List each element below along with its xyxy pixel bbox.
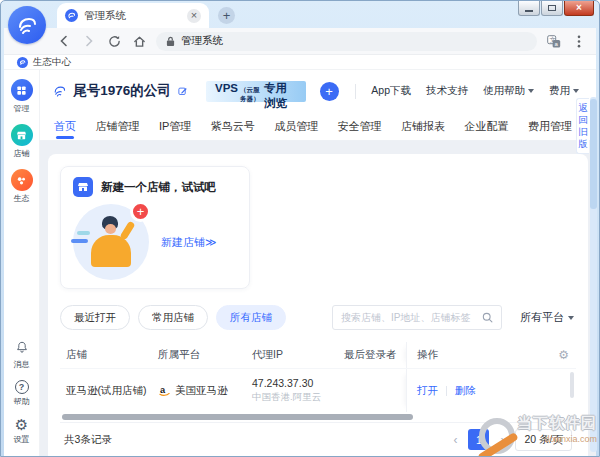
ziniao-logo [8, 6, 46, 44]
table-vertical-scrollbar[interactable] [570, 372, 574, 398]
caret-down-icon [528, 89, 534, 93]
browser-toolbar: 管理系统 文 a [4, 28, 596, 55]
browser-tab[interactable]: 管理系统 × [57, 3, 209, 28]
page-content: 新建一个店铺，试试吧 + [40, 141, 596, 456]
rail-item-shop[interactable]: 店铺 [11, 124, 33, 160]
left-rail: 管理 店铺 生态 [4, 70, 40, 456]
search-input[interactable] [341, 312, 477, 323]
prev-page-icon[interactable]: ‹ [453, 434, 457, 446]
tab-billing-management[interactable]: 费用管理 [528, 112, 572, 140]
tab-favicon [65, 9, 78, 22]
page-vertical-scrollbar[interactable] [590, 97, 597, 452]
deco-bar [71, 239, 88, 243]
edit-icon[interactable] [178, 84, 187, 98]
ecosystem-icon [11, 169, 33, 191]
amazon-icon: a [158, 384, 171, 397]
rail-item-messages[interactable]: 消息 [12, 337, 32, 371]
vps-browser-badge: VPS （云服务器） 专用浏览器 [206, 81, 306, 102]
link-app-download[interactable]: App下载 [371, 84, 411, 98]
close-icon: × [576, 3, 582, 13]
close-button[interactable]: × [564, 1, 594, 16]
records-total: 共3条记录 [64, 433, 112, 447]
cell-shop-name: 亚马逊(试用店铺) [60, 384, 158, 398]
add-button[interactable]: + [320, 82, 339, 101]
tab-member-management[interactable]: 成员管理 [274, 112, 318, 140]
plus-badge-icon: + [130, 201, 151, 222]
promo-title: 新建一个店铺，试试吧 [101, 180, 216, 195]
browser-menu-button[interactable] [571, 33, 587, 49]
refresh-button[interactable] [106, 33, 122, 49]
horizontal-scroll-thumb[interactable] [62, 414, 413, 420]
app-header: 尾号1976的公司 VPS （云服务器） 专用浏览器 + App下载 技术支持 … [40, 70, 596, 112]
column-settings-gear-icon[interactable]: ⚙ [558, 349, 569, 361]
tab-security-management[interactable]: 安全管理 [338, 112, 382, 140]
tab-shop-reports[interactable]: 店铺报表 [401, 112, 445, 140]
tab-home[interactable]: 首页 [54, 112, 76, 140]
create-shop-link[interactable]: 新建店铺≫ [161, 235, 217, 250]
rail-item-eco[interactable]: 生态 [11, 169, 33, 205]
storefront-icon [11, 124, 33, 146]
rail-item-settings[interactable]: ⚙ 设置 [13, 417, 30, 446]
gear-icon: ⚙ [15, 417, 28, 432]
forward-button[interactable] [81, 33, 97, 49]
nav-tabs: 首页 店铺管理 IP管理 紫鸟云号 成员管理 安全管理 店铺报表 企业配置 费用… [40, 112, 596, 141]
person-illustration: + [73, 204, 149, 280]
cell-actions: 打开 删除 [406, 369, 576, 412]
downxia-logo-icon [479, 418, 515, 454]
company-name: 尾号1976的公司 [73, 82, 171, 100]
tab-shop-management[interactable]: 店铺管理 [95, 112, 139, 140]
table-row[interactable]: 亚马逊(试用店铺) a 美国亚马逊 [60, 368, 576, 412]
back-icon [58, 35, 70, 47]
bookmark-eco-center[interactable]: 生态中心 [33, 56, 71, 69]
home-button[interactable] [131, 33, 147, 49]
bookmarks-bar: 生态中心 [4, 55, 596, 70]
rail-label: 帮助 [13, 396, 29, 407]
rail-label: 管理 [13, 103, 29, 114]
filter-recently-opened[interactable]: 最近打开 [60, 305, 130, 330]
table-header-row: 店铺 所属平台 代理IP 最后登录者 操作 ⚙ [60, 342, 576, 368]
address-bar[interactable]: 管理系统 [156, 32, 537, 51]
link-tech-support[interactable]: 技术支持 [426, 84, 468, 98]
minimize-button[interactable] [518, 1, 540, 16]
caret-down-icon [568, 316, 574, 320]
platform-filter-dropdown[interactable]: 所有平台 [520, 310, 574, 325]
cell-platform: a 美国亚马逊 [158, 384, 252, 398]
rail-label: 店铺 [13, 148, 29, 159]
rail-item-help[interactable]: ? 帮助 [13, 380, 30, 408]
translate-button[interactable]: 文 a [546, 33, 562, 49]
cell-proxy-ip: 47.243.37.30 中国香港.阿里云 [252, 377, 344, 404]
delete-shop-link[interactable]: 删除 [455, 384, 476, 398]
shop-search-box [332, 305, 502, 330]
shop-card-icon [73, 177, 93, 197]
tab-ip-management[interactable]: IP管理 [159, 112, 191, 140]
refresh-icon [108, 35, 121, 48]
filter-all-shops[interactable]: 所有店铺 [216, 305, 286, 330]
new-tab-button[interactable]: + [218, 7, 235, 24]
bird-logo-icon [15, 13, 39, 37]
tab-enterprise-config[interactable]: 企业配置 [464, 112, 508, 140]
back-to-old-version-tag[interactable]: 返回旧版 [576, 98, 589, 154]
kebab-menu-icon [577, 35, 581, 48]
vps-prefix: VPS [215, 82, 238, 94]
rail-item-manage[interactable]: 管理 [11, 79, 33, 115]
filter-frequent-shops[interactable]: 常用店铺 [138, 305, 208, 330]
svg-text:a: a [160, 385, 166, 395]
maximize-button[interactable] [541, 1, 563, 16]
link-help-menu[interactable]: 使用帮助 [483, 84, 534, 98]
vps-paren: （云服务器） [240, 86, 262, 104]
back-button[interactable] [56, 33, 72, 49]
tab-ziniao-cloud[interactable]: 紫鸟云号 [211, 112, 255, 140]
deco-bar [77, 231, 90, 235]
downxia-watermark: 当下软件园 downxia.com [479, 414, 597, 454]
link-billing-menu[interactable]: 费用 [549, 84, 579, 98]
shops-table: 店铺 所属平台 代理IP 最后登录者 操作 ⚙ 亚马逊(试用店铺) [60, 342, 576, 422]
watermark-domain: downxia.com [517, 434, 597, 444]
tab-close-icon[interactable]: × [187, 9, 201, 23]
vertical-scroll-thumb[interactable] [590, 99, 597, 209]
forward-icon [83, 35, 95, 47]
rail-label: 消息 [13, 359, 29, 370]
open-shop-link[interactable]: 打开 [417, 384, 438, 398]
search-icon[interactable] [482, 312, 493, 323]
address-text: 管理系统 [181, 34, 223, 48]
home-icon [133, 35, 146, 48]
